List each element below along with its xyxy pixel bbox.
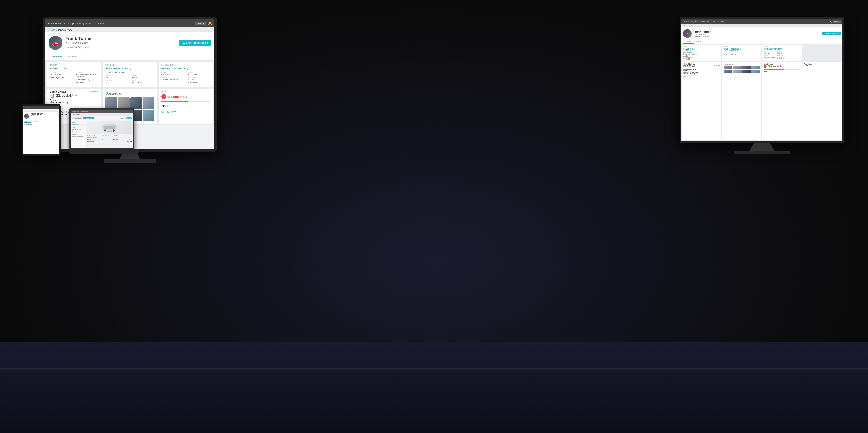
attachments-header: 8 Attachments: [105, 91, 154, 96]
laptop-sidebar: Front Front Bumper Trunk Engine / Electr…: [71, 120, 86, 148]
contact-value: 1234567890: [50, 73, 72, 75]
attachment-thumb-3[interactable]: [130, 97, 142, 109]
secondary-base: [734, 151, 790, 154]
secondary-monitor: Frank Turner | 2012 Toyota Camry | Claim…: [680, 17, 857, 169]
laptop-diagram: [87, 121, 132, 134]
secondary-hero-vehicle: 2012 Toyota Camry: [693, 33, 711, 35]
city-value: San Diego, CA,: [76, 79, 99, 81]
secondary-bell: 🔔: [830, 21, 832, 23]
sc-owner-title: Owner: [683, 46, 720, 47]
breadcrumb-current: Job Overview: [58, 29, 72, 31]
sidebar-front-bumper[interactable]: Front Bumper: [71, 124, 85, 126]
secondary-hero-insurance: Insurance Company: [693, 35, 711, 37]
laptop-tab-original[interactable]: Original Estimate: [83, 117, 94, 119]
sidebar-engine[interactable]: Engine / Electrical: [71, 128, 85, 130]
attachment-thumb-4[interactable]: [143, 97, 154, 109]
tab-overview[interactable]: Overview: [49, 54, 65, 60]
tablet-tab-activity[interactable]: Activity: [33, 120, 38, 123]
secondary-jobs-link[interactable]: Jobs: [684, 25, 687, 27]
color-label: Color: [132, 74, 154, 76]
tablet-hero: Frank Turner 2012 Toyota Camry Insurance…: [24, 113, 58, 120]
submodel-label: Submodel: [105, 74, 128, 76]
sc-thumb-3[interactable]: [742, 66, 751, 69]
sidebar-interior[interactable]: Interior: [71, 133, 85, 135]
laptop-toolbar: Primary Estimate Original Estimate $1,97…: [71, 116, 133, 120]
secondary-hero: 🚗 Frank Turner 2012 Toyota Camry Insuran…: [681, 28, 842, 40]
vehicle-card: Vehicle 2012 Toyota Camry 4T1BF1FKXCU573…: [103, 62, 157, 87]
repair-card: Repair Status ⚙ Disassembly Notes QE Pro…: [159, 89, 213, 124]
laptop-nav: Frank Turner ×: [71, 113, 133, 116]
svg-point-2: [104, 129, 106, 132]
cards-grid: Owner Frank Turner Contact 1234567890 ow…: [45, 60, 214, 89]
sidebar-refinish[interactable]: Refinish Procedure: [71, 131, 85, 133]
sc-export: Export RO: [683, 75, 720, 77]
sc-supplement[interactable]: Supplement: [713, 65, 720, 66]
sidebar-steering[interactable]: Steering / Suspension: [71, 135, 85, 138]
laptop-locked-btn[interactable]: Locked: [126, 117, 132, 119]
titlebar: Frank Turner | 2012 Toyota Camry | Claim…: [45, 20, 214, 27]
submodel-value: SE: [105, 76, 128, 79]
secondary-tab-activity[interactable]: Activity: [694, 40, 703, 43]
estimate-amount: 📋 $2,508.47 →: [50, 93, 98, 98]
svg-point-3: [113, 129, 115, 132]
owner-address-col: Address 6220 Greenwich Drive, Apt 1234 S…: [76, 71, 99, 85]
sc-thumb-4[interactable]: [751, 66, 760, 69]
open-button[interactable]: Open ▾: [195, 22, 207, 25]
secondary-avatar: 🚗: [683, 29, 692, 38]
drivable-label: Drivable: [105, 80, 128, 82]
secondary-open-btn[interactable]: Open ▾: [833, 21, 841, 23]
owner-card: Owner Frank Turner Contact 1234567890 ow…: [47, 62, 101, 87]
sc-repair-title: Repair Status: [764, 63, 800, 65]
sc-export-link[interactable]: Export RO: [683, 75, 689, 77]
sc-parts-title: Parts Status: [804, 63, 840, 65]
sc-ins-fields: Claim CN123456 Adjuster Adjuster LastNam…: [764, 51, 800, 60]
sidebar-trunk[interactable]: Trunk: [71, 126, 85, 128]
breadcrumb-separator: ›: [56, 29, 57, 31]
desk-surface: [0, 342, 868, 433]
procedures-link[interactable]: QE Procedures: [161, 111, 176, 113]
sidebar-air[interactable]: Air: [71, 138, 85, 140]
sidebar-front[interactable]: Front: [71, 121, 85, 123]
owner-contact-col: Contact 1234567890 owner@gmail.com: [50, 71, 72, 85]
secondary-send-label: Send To Insurance: [826, 33, 839, 34]
send-to-insurance-button[interactable]: ☁ Send To Insurance: [179, 40, 211, 46]
jobs-link[interactable]: Jobs: [50, 29, 55, 31]
owner-name: Frank Turner: [50, 67, 98, 70]
secondary-repair-card: Repair Status ⚙ Disassembly Notes: [762, 62, 802, 140]
sc-estimator: User1: [683, 70, 720, 71]
vin-value: 4T1BF1FKXCU573664: [105, 71, 154, 73]
policy-value: Pn123466: [188, 73, 210, 75]
color-value: Black: [132, 76, 154, 79]
zip-value: US 92122: [76, 82, 99, 84]
attachment-thumb-2[interactable]: [118, 97, 129, 109]
tablet-content: repaircentermymitchell.com Frank Turner …: [23, 109, 59, 154]
secondary-parts-card: Parts Status 72 Parts: [802, 62, 842, 140]
sc-thumb-1[interactable]: [723, 66, 733, 69]
laptop-line-items: Front Door 3.4 $273.09976 $275.11 Bumper…: [87, 139, 132, 142]
attachment-thumb-8[interactable]: [143, 110, 154, 121]
sc-insurance-title: Insurance: [764, 46, 800, 47]
sc-thumb-2[interactable]: [733, 66, 742, 69]
sc-thumb-5[interactable]: [723, 70, 733, 73]
tablet-device: 8:47 PM repaircentermymitchell.com Frank…: [22, 104, 65, 160]
attachment-thumb-1[interactable]: [105, 97, 117, 109]
tablet-tab-overview[interactable]: Overview: [24, 120, 31, 123]
notes-section: Notes: [161, 104, 210, 108]
secondary-tab-overview[interactable]: Overview: [683, 40, 694, 43]
vehicle-name: 2012 Toyota Camry: [105, 67, 154, 70]
secondary-vehicle-card: Vehicle 2012 Toyota Camry 4T1BF1FKXCU573…: [722, 44, 762, 61]
laptop-nav-jobs: Frank Turner ×: [72, 114, 80, 115]
sc-thumb-7[interactable]: [742, 70, 751, 73]
secondary-hero-name: Frank Turner: [693, 30, 711, 33]
tablet-insurance: Insurance Company: [30, 117, 43, 119]
sc-thumb-8[interactable]: [751, 70, 760, 73]
sc-thumb-6[interactable]: [733, 70, 742, 73]
laptop-tab-primary[interactable]: Primary Estimate: [72, 117, 82, 119]
tab-activity[interactable]: Activity: [65, 54, 79, 60]
supplement-link[interactable]: Supplement: [89, 91, 99, 93]
insurance-card: Insurance Insurance Company Claim CN1234…: [159, 62, 213, 87]
notes-label: Notes: [161, 104, 210, 108]
vehicle-right: Color Black Plate LN123YUC: [132, 74, 154, 85]
secondary-send-btn[interactable]: ☁ Send To Insurance: [822, 32, 841, 35]
system-value: Mitchell Estimating: [50, 101, 98, 104]
